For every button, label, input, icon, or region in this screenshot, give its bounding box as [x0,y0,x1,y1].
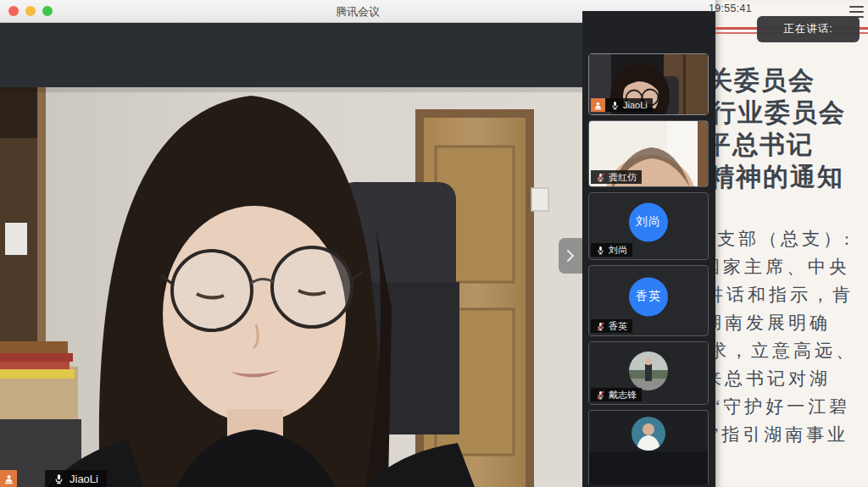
webcam-scene [0,87,583,487]
speaking-indicator: 正在讲话: [757,16,860,42]
participant-name: JiaoLi [623,100,648,110]
participant-name: 戴志锋 [609,389,637,401]
participant-tile-3[interactable]: 刘尚刘尚 [588,192,709,260]
participant-tile-4[interactable]: 香英香英 [588,265,709,336]
document-title-lines: 关委员会行业委员会平总书记精神的通知 [715,64,846,193]
document-window[interactable]: 关委员会行业委员会平总书记精神的通知 支部（总支）:国家主席、中央讲话和指示，肯… [715,0,868,487]
participants-list: JiaoLi龚红仿刘尚刘尚香英香英戴志锋 [588,53,715,484]
document-body-line: 湖南发展明确 [715,309,857,337]
mic-on-icon [596,246,605,255]
participant-label: 戴志锋 [591,388,642,401]
chevron-right-icon [566,249,575,263]
participants-panel: JiaoLi龚红仿刘尚刘尚香英香英戴志锋 [582,11,715,487]
document-body-line: 支部（总支）: [717,225,857,253]
participant-initials-avatar: 香英 [629,277,668,316]
document-body-line: ”指引湖南事业 [715,421,857,449]
mic-off-icon [596,322,605,331]
menubar-clock: 19:55:41 [709,3,752,14]
panel-collapse-tab[interactable] [559,238,582,274]
screen-share-badge-icon [0,470,17,487]
main-speaker-name: JiaoLi [70,473,98,485]
participant-label: 刘尚 [591,243,632,257]
participant-tile-1[interactable]: JiaoLi [588,53,709,115]
document-body-line: 国家主席、中央 [715,253,857,281]
participant-name: 香英 [609,320,627,333]
mic-off-icon [596,390,605,400]
participant-tile-2[interactable]: 龚红仿 [588,120,709,187]
document-title-line: 行业委员会 [715,97,846,129]
document-body-line: “守护好一江碧 [715,393,857,421]
document-body-line: 来总书记对湖 [715,365,857,393]
participant-initials-avatar: 刘尚 [629,202,668,241]
participant-tile-5[interactable]: 戴志锋 [588,341,709,405]
document-title-line: 关委员会 [715,64,846,97]
document-body-line: 讲话和指示，肯 [715,281,857,309]
participant-name: 龚红仿 [609,171,637,184]
mic-on-icon [53,473,64,484]
mic-off-icon [596,173,605,182]
main-video[interactable]: JiaoLi [0,87,583,487]
participant-tile-6[interactable] [588,410,709,484]
document-title-line: 平总书记 [715,129,846,161]
participant-label: 龚红仿 [591,170,642,184]
participant-name: 刘尚 [609,244,627,257]
speaking-indicator-label: 正在讲话: [783,22,832,36]
document-title-line: 精神的通知 [715,161,846,193]
mic-on-icon [610,101,620,110]
screen-share-badge-icon [591,98,605,112]
participant-label: 香英 [591,319,632,333]
document-body-line: 求，立意高远、 [715,337,857,365]
document-body-lines: 支部（总支）:国家主席、中央讲话和指示，肯湖南发展明确求，立意高远、来总书记对湖… [715,225,857,449]
participant-avatar [589,411,708,484]
participant-label: JiaoLi [591,98,653,112]
